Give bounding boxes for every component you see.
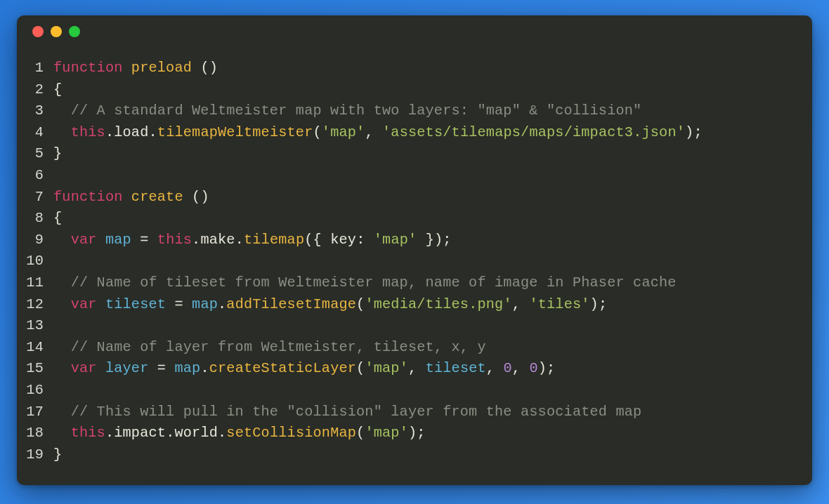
code-content[interactable]: }: [53, 143, 795, 165]
token-plain: [53, 102, 71, 119]
code-content[interactable]: function preload (): [53, 58, 795, 79]
code-line[interactable]: 17 // This will pull in the "collision" …: [20, 402, 795, 423]
token-plain: [192, 60, 200, 76]
code-content[interactable]: var tileset = map.addTilesetImage('media…: [53, 294, 795, 316]
token-paren: ): [408, 425, 417, 441]
code-line[interactable]: 3 // A standard Weltmeister map with two…: [20, 100, 795, 122]
token-comment: // A standard Weltmeister map with two l…: [71, 102, 642, 119]
code-line[interactable]: 14 // Name of layer from Weltmeister, ti…: [20, 337, 795, 359]
token-prop: key: [330, 232, 356, 248]
token-plain: [123, 60, 131, 76]
code-line[interactable]: 1function preload (): [20, 58, 795, 79]
token-string: 'media/tiles.png': [365, 296, 511, 312]
code-line[interactable]: 18 this.impact.world.setCollisionMap('ma…: [20, 423, 795, 444]
token-paren: (: [313, 124, 322, 140]
token-number: 0: [503, 360, 511, 376]
token-plain: [97, 360, 105, 376]
token-ident: tileset: [426, 360, 486, 376]
token-keyword: var: [71, 360, 97, 376]
line-number: 11: [20, 272, 53, 294]
code-content[interactable]: // Name of tileset from Weltmeister map,…: [53, 272, 795, 294]
line-number: 15: [20, 358, 53, 380]
code-line[interactable]: 2{: [20, 79, 795, 101]
line-number: 16: [20, 380, 53, 402]
token-paren: ): [434, 232, 443, 248]
token-string: 'assets/tilemaps/maps/impact3.json': [382, 124, 685, 140]
token-this: this: [71, 124, 105, 140]
code-content[interactable]: // Name of layer from Weltmeister, tiles…: [53, 337, 795, 359]
code-content[interactable]: var map = this.make.tilemap({ key: 'map'…: [53, 230, 795, 251]
token-plain: .: [166, 425, 174, 441]
token-paren: ): [590, 296, 599, 312]
token-paren: ): [685, 124, 693, 140]
code-content[interactable]: function create (): [53, 187, 795, 208]
token-plain: ;: [443, 232, 451, 248]
line-number: 8: [20, 208, 53, 230]
code-line[interactable]: 11 // Name of tileset from Weltmeister m…: [20, 272, 795, 294]
close-icon[interactable]: [32, 26, 44, 37]
code-line[interactable]: 13: [20, 315, 795, 337]
token-plain: {: [53, 210, 62, 226]
token-plain: .: [192, 232, 200, 248]
token-plain: .: [105, 124, 114, 140]
token-plain: =: [131, 232, 157, 248]
token-ident: map: [192, 296, 218, 312]
token-this: this: [157, 232, 192, 248]
token-plain: ,: [408, 360, 426, 376]
code-editor[interactable]: 1function preload ()2{3 // A standard We…: [17, 48, 812, 465]
token-string: 'tiles': [529, 296, 589, 312]
code-line[interactable]: 16: [20, 380, 795, 402]
token-prop: make: [200, 232, 235, 248]
code-line[interactable]: 4 this.load.tilemapWeltmeister('map', 'a…: [20, 122, 795, 144]
minimize-icon[interactable]: [51, 26, 62, 37]
token-plain: ,: [486, 360, 504, 376]
token-this: this: [71, 425, 105, 441]
code-line[interactable]: 19}: [20, 444, 795, 466]
code-content[interactable]: // This will pull in the "collision" lay…: [53, 402, 795, 423]
code-line[interactable]: 12 var tileset = map.addTilesetImage('me…: [20, 294, 795, 316]
code-content[interactable]: [53, 315, 795, 337]
code-line[interactable]: 10: [20, 251, 795, 272]
token-keyword: var: [71, 296, 97, 312]
code-content[interactable]: [53, 380, 795, 402]
code-content[interactable]: {: [53, 208, 795, 230]
token-plain: {: [313, 232, 331, 248]
token-method: setCollisionMap: [226, 425, 356, 441]
token-plain: [53, 339, 71, 355]
code-content[interactable]: [53, 165, 795, 187]
token-paren: (): [200, 60, 218, 76]
line-number: 18: [20, 423, 53, 444]
line-number: 10: [20, 251, 53, 272]
line-number: 9: [20, 230, 53, 251]
token-comment: // This will pull in the "collision" lay…: [71, 404, 642, 420]
token-ident: tileset: [105, 296, 166, 312]
code-line[interactable]: 15 var layer = map.createStaticLayer('ma…: [20, 358, 795, 380]
token-plain: .: [235, 232, 244, 248]
token-number: 0: [529, 360, 537, 376]
code-line[interactable]: 8{: [20, 208, 795, 230]
code-content[interactable]: this.impact.world.setCollisionMap('map')…: [53, 423, 795, 444]
code-line[interactable]: 6: [20, 165, 795, 187]
code-line[interactable]: 7function create (): [20, 187, 795, 208]
code-line[interactable]: 9 var map = this.make.tilemap({ key: 'ma…: [20, 230, 795, 251]
token-plain: [53, 274, 71, 291]
token-comment: // Name of layer from Weltmeister, tiles…: [71, 339, 486, 355]
code-line[interactable]: 5}: [20, 143, 795, 165]
code-content[interactable]: [53, 251, 795, 272]
code-content[interactable]: }: [53, 444, 795, 466]
code-content[interactable]: {: [53, 79, 795, 101]
token-plain: }: [417, 232, 434, 248]
token-paren: (): [192, 189, 209, 205]
token-plain: ,: [512, 296, 530, 312]
token-plain: [183, 189, 192, 205]
token-method: tilemap: [244, 232, 304, 248]
token-keyword: function: [53, 60, 123, 76]
code-content[interactable]: var layer = map.createStaticLayer('map',…: [53, 358, 795, 380]
code-content[interactable]: // A standard Weltmeister map with two l…: [53, 100, 795, 122]
token-paren: (: [356, 425, 365, 441]
code-window: 1function preload ()2{3 // A standard We…: [17, 15, 812, 485]
token-funcname: create: [131, 189, 183, 205]
maximize-icon[interactable]: [69, 26, 80, 37]
code-content[interactable]: this.load.tilemapWeltmeister('map', 'ass…: [53, 122, 795, 144]
token-plain: [123, 189, 131, 205]
